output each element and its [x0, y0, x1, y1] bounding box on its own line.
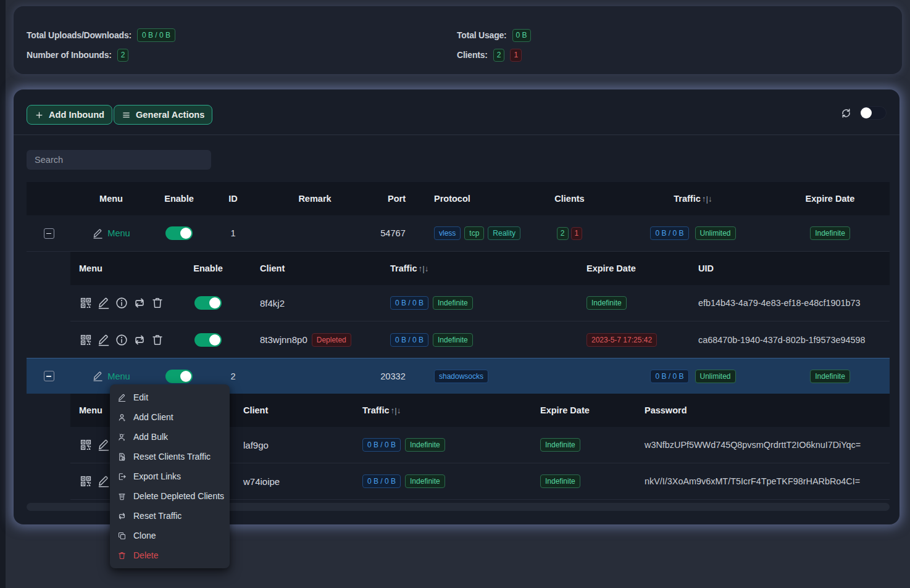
auto-refresh-toggle[interactable] — [859, 106, 887, 120]
card-header: Add Inbound General Actions — [14, 89, 900, 135]
qrcode-icon[interactable] — [79, 333, 93, 347]
add-inbound-button[interactable]: Add Inbound — [27, 105, 112, 125]
client-table-1-header: Menu Enable Client Traffic↑|↓ Expire Dat… — [70, 252, 890, 285]
clients-depleted-badge: 1 — [571, 227, 583, 240]
header-traffic-label: Traffic — [390, 263, 417, 273]
traffic-total-badge: Unlimited — [695, 226, 736, 240]
row-menu-label: Menu — [107, 371, 130, 381]
general-actions-button[interactable]: General Actions — [114, 105, 212, 125]
toggle-knob — [180, 371, 191, 382]
sort-icon: ↑|↓ — [391, 406, 401, 415]
edit-icon[interactable] — [97, 438, 111, 452]
client-enable-toggle[interactable] — [194, 296, 222, 310]
inbound-enable-toggle[interactable] — [165, 226, 193, 240]
traffic-badge: 0 B / 0 B — [362, 474, 401, 488]
reset-traffic-icon[interactable] — [133, 296, 146, 310]
reset-traffic-icon[interactable] — [133, 333, 146, 347]
client-name: 8f4kj2 — [244, 285, 380, 321]
stat-total-uploads-downloads: Total Uploads/Downloads: 0 B / 0 B — [27, 28, 175, 43]
trash-icon — [117, 551, 127, 560]
toggle-knob — [209, 297, 220, 308]
traffic-badge: 0 B / 0 B — [362, 438, 401, 452]
header-client: Client — [233, 394, 353, 427]
transport-tag: tcp — [464, 226, 484, 240]
toggle-knob — [180, 228, 191, 239]
stat-label: Total Uploads/Downloads: — [27, 30, 131, 40]
collapse-row-button[interactable] — [44, 371, 54, 381]
qrcode-icon[interactable] — [79, 474, 93, 488]
edit-icon[interactable] — [97, 296, 111, 310]
clients-count-badge: 2 — [557, 227, 569, 240]
menu-item-reset-clients-traffic[interactable]: Reset Clients Traffic — [110, 447, 230, 466]
edit-icon[interactable] — [97, 474, 111, 488]
edit-icon[interactable] — [97, 333, 111, 347]
qrcode-icon[interactable] — [79, 438, 93, 452]
edit-icon — [117, 393, 127, 402]
header-remark: Remark — [259, 182, 370, 215]
header-protocol: Protocol — [423, 182, 537, 215]
menu-item-delete-depleted-clients[interactable]: Delete Depleted Clients — [110, 486, 230, 506]
page-left-gutter — [0, 0, 6, 588]
menu-bars-icon — [122, 110, 131, 120]
toggle-knob — [209, 334, 220, 346]
menu-item-edit[interactable]: Edit — [110, 387, 230, 407]
traffic-limit-badge: Indefinite — [433, 296, 473, 310]
client-table-1: Menu Enable Client Traffic↑|↓ Expire Dat… — [70, 252, 890, 358]
traffic-badge: 0 B / 0 B — [650, 370, 688, 383]
edit-icon — [92, 370, 104, 382]
menu-item-delete[interactable]: Delete — [110, 545, 230, 565]
refresh-icon[interactable] — [840, 107, 852, 119]
info-icon[interactable] — [115, 296, 128, 310]
client-row: 8t3wjnn8p0 Depleted 0 B / 0 B Indefinite… — [70, 321, 890, 358]
traffic-badge: 0 B / 0 B — [650, 226, 688, 240]
info-icon[interactable] — [115, 333, 128, 347]
expire-badge: 2023-5-7 17:25:42 — [586, 333, 657, 347]
header-traffic[interactable]: Traffic↑|↓ — [380, 252, 577, 285]
header-traffic-label: Traffic — [674, 194, 701, 204]
stat-total-usage: Total Usage: 0 B — [457, 28, 531, 43]
stat-value-badge: 0 B — [512, 29, 531, 42]
header-clients: Clients — [537, 182, 602, 215]
menu-item-label: Export Links — [133, 471, 181, 481]
stat-clients: Clients: 2 1 — [457, 48, 531, 62]
menu-item-clone[interactable]: Clone — [110, 526, 230, 545]
header-traffic-label: Traffic — [362, 405, 390, 415]
menu-item-add-client[interactable]: Add Client — [110, 407, 230, 427]
users-add-icon — [117, 433, 127, 442]
menu-item-export-links[interactable]: Export Links — [110, 466, 230, 486]
row-menu-button[interactable]: Menu — [92, 370, 130, 382]
stat-label: Clients: — [457, 50, 488, 60]
client-enable-toggle[interactable] — [194, 333, 222, 347]
delete-icon[interactable] — [151, 333, 164, 347]
menu-item-label: Add Bulk — [133, 432, 168, 442]
header-enable: Enable — [172, 252, 244, 285]
inbound-port: 20332 — [370, 358, 423, 394]
qrcode-icon[interactable] — [79, 296, 93, 310]
header-traffic[interactable]: Traffic↑|↓ — [602, 182, 784, 215]
inbound-remark — [259, 215, 370, 251]
menu-item-add-bulk[interactable]: Add Bulk — [110, 427, 230, 447]
stat-label: Total Usage: — [457, 30, 507, 40]
stat-number-of-inbounds: Number of Inbounds: 2 — [27, 48, 175, 62]
delete-icon[interactable] — [151, 296, 164, 310]
file-reset-icon — [117, 452, 127, 462]
client-name: 8t3wjnn8p0 — [260, 334, 307, 345]
copy-icon — [117, 531, 127, 540]
menu-item-label: Add Client — [133, 412, 173, 422]
search-input[interactable] — [27, 150, 211, 170]
row-menu-button[interactable]: Menu — [92, 228, 130, 239]
inbound-enable-toggle[interactable] — [165, 370, 193, 383]
expire-badge: Indefinite — [810, 370, 850, 383]
protocol-tag: vless — [434, 226, 461, 240]
header-traffic[interactable]: Traffic↑|↓ — [353, 394, 530, 427]
header-enable: Enable — [151, 182, 207, 215]
header-menu: Menu — [70, 252, 172, 285]
collapse-row-button[interactable] — [44, 228, 54, 239]
traffic-badge: 0 B / 0 B — [390, 296, 428, 310]
menu-item-reset-traffic[interactable]: Reset Traffic — [110, 506, 230, 526]
inbound-remark — [259, 358, 370, 394]
inbound-context-menu: Edit Add Client Add Bulk Reset Clients T… — [110, 384, 230, 568]
client-name: w74ioipe — [233, 463, 353, 499]
menu-item-label: Clone — [133, 531, 156, 540]
export-icon — [117, 472, 127, 481]
